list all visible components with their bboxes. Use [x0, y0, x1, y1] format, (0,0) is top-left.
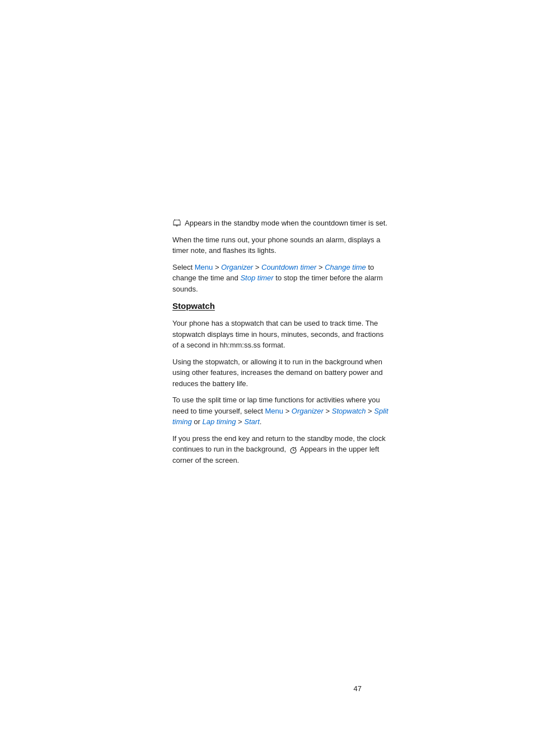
- sep3: >: [316, 263, 325, 271]
- para-battery-warning: Using the stopwatch, or allowing it to r…: [172, 356, 391, 389]
- para-end-key: If you press the end key and return to t…: [172, 433, 391, 466]
- svg-rect-6: [292, 447, 294, 448]
- para5-organizer-link[interactable]: Organizer: [292, 407, 324, 415]
- stopwatch-heading: Stopwatch: [172, 300, 391, 312]
- para-split-lap: To use the split time or lap time functi…: [172, 395, 391, 428]
- page-number: 47: [354, 684, 362, 694]
- page-container: Appears in the standby mode when the cou…: [0, 0, 534, 756]
- sep1: >: [213, 263, 221, 271]
- para5-lap-link[interactable]: Lap timing: [202, 417, 236, 426]
- para5-stopwatch-link[interactable]: Stopwatch: [332, 407, 366, 415]
- para5-newline: >: [326, 407, 332, 415]
- icon-note-text: Appears in the standby mode when the cou…: [185, 218, 387, 229]
- para5-or: or: [192, 417, 203, 426]
- para5-menu-link[interactable]: Menu: [265, 407, 283, 415]
- content-area: Appears in the standby mode when the cou…: [172, 218, 391, 471]
- sep2: >: [253, 263, 261, 271]
- icon-note-paragraph: Appears in the standby mode when the cou…: [172, 218, 391, 229]
- stop-timer-link[interactable]: Stop timer: [240, 274, 273, 282]
- svg-rect-2: [174, 225, 181, 226]
- menu-link[interactable]: Menu: [195, 263, 213, 271]
- bell-icon: [172, 219, 181, 228]
- para-stopwatch-description: Your phone has a stopwatch that can be u…: [172, 318, 391, 351]
- para-select-menu: Select Menu > Organizer > Countdown time…: [172, 262, 391, 295]
- para5-start-link[interactable]: Start: [244, 417, 259, 426]
- change-time-link[interactable]: Change time: [325, 263, 366, 271]
- para5-end: .: [260, 417, 262, 426]
- para5-sep1: >: [283, 407, 292, 415]
- para5-sep4: >: [236, 417, 244, 426]
- para5-sep3: >: [366, 407, 374, 415]
- organizer-link[interactable]: Organizer: [221, 263, 253, 271]
- countdown-link[interactable]: Countdown timer: [261, 263, 316, 271]
- svg-line-7: [295, 447, 296, 448]
- select-prefix: Select: [172, 263, 195, 271]
- para-alarm-description: When the time runs out, your phone sound…: [172, 234, 391, 256]
- stopwatch-running-icon: [289, 446, 297, 454]
